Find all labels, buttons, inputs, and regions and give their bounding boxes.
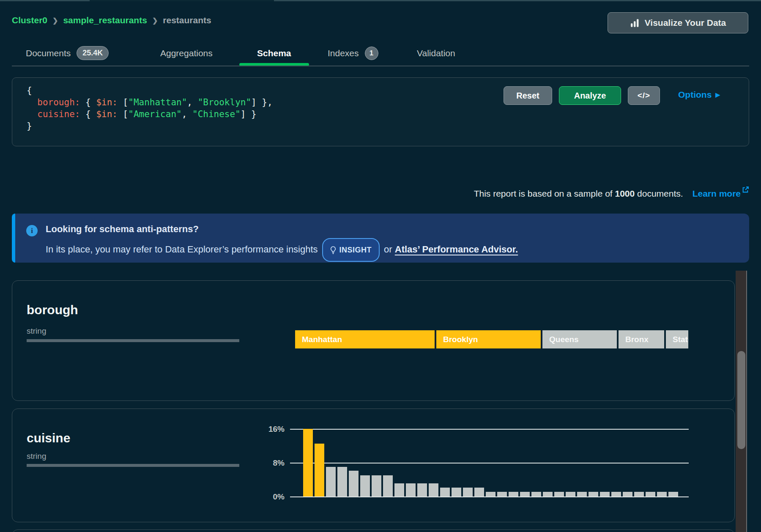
field-type-label: string [27,326,46,336]
histogram-bar[interactable] [611,492,621,496]
histogram-bar[interactable] [417,483,427,496]
tab-label: Documents [26,48,71,58]
external-link-icon [742,185,749,195]
histogram-bar[interactable] [634,492,644,496]
options-label: Options [678,90,712,100]
sample-report-note: This report is based on a sample of 1000… [474,185,749,199]
visualize-button-label: Visualize Your Data [645,18,726,28]
histogram-bar[interactable] [429,483,438,496]
query-code-line: { [27,85,273,96]
query-code-line: borough: { $in: ["Manhattan", "Brooklyn"… [27,96,273,108]
breadcrumb-database[interactable]: sample_restaurants [63,15,147,25]
value-bar-label: Bronx [625,335,649,344]
histogram-bar[interactable] [337,467,347,496]
histogram-bar[interactable] [383,475,393,496]
histogram-bar[interactable] [600,492,610,496]
learn-more-link[interactable]: Learn more [693,189,741,198]
tab-label: Aggregations [160,48,213,58]
tab-label: Indexes [328,48,359,58]
value-bar-queens[interactable]: Queens [542,330,617,348]
visualize-your-data-button[interactable]: Visualize Your Data [608,12,748,33]
histogram-bar[interactable] [646,492,655,496]
gridline [290,496,689,497]
histogram-bar[interactable] [474,488,484,496]
banner-title: Looking for schema anti-patterns? [46,224,199,235]
report-note-count: 1000 [615,189,635,198]
value-bar-staten-island[interactable]: Staten Island [666,330,688,348]
histogram-bar[interactable] [623,492,632,496]
options-link[interactable]: Options ▶ [678,90,720,100]
caret-right-icon: ▶ [715,91,720,98]
histogram-bar[interactable] [657,492,667,496]
histogram-bar[interactable] [531,492,541,496]
histogram-bar[interactable] [326,467,336,496]
report-note-prefix: This report is based on a sample of [474,189,615,198]
schema-field-card-cuisine: cuisine string 16%8%0% [12,409,735,522]
query-code-toggle-button[interactable]: </> [628,86,660,105]
tab-validation[interactable]: Validation [417,40,455,66]
histogram-bar[interactable] [372,475,381,496]
tab-label: Validation [417,48,455,58]
tab-aggregations[interactable]: Aggregations [160,40,213,66]
histogram-bar[interactable] [349,471,359,496]
histogram-bar[interactable] [543,492,553,496]
value-bar-label: Staten Island [673,335,688,344]
histogram-bar[interactable] [509,492,518,496]
value-bar-label: Manhattan [302,335,342,344]
chevron-right-icon: ❯ [52,16,58,25]
tab-documents-count-badge: 25.4K [77,46,109,60]
field-name: borough [27,303,78,317]
histogram-bar[interactable] [486,492,495,496]
histogram-bar[interactable] [566,492,575,496]
histogram-bar[interactable] [577,492,587,496]
analyze-button[interactable]: Analyze [559,86,621,105]
type-distribution-bar[interactable] [27,339,239,342]
breadcrumb: Cluster0 ❯ sample_restaurants ❯ restaura… [12,14,211,27]
banner-body: In its place, you may refer to Data Expl… [46,238,518,256]
insight-badge[interactable]: INSIGHT [322,238,380,262]
histogram-bar[interactable] [440,488,450,496]
reset-button[interactable]: Reset [504,86,552,105]
query-code-line: cuisine: { $in: ["American", "Chinese"] … [27,108,273,120]
tab-schema[interactable]: Schema [257,40,291,66]
histogram-bar[interactable] [394,483,404,496]
schema-anti-patterns-banner: i Looking for schema anti-patterns? In i… [12,214,749,263]
schema-field-card-next [12,529,735,532]
histogram-bar[interactable] [463,488,473,496]
banner-body-text: In its place, you may refer to Data Expl… [46,244,318,255]
lightbulb-icon [330,246,336,254]
query-bar[interactable]: { borough: { $in: ["Manhattan", "Brookly… [12,77,749,146]
window-top-edge [0,0,761,1]
bar-chart-icon [630,18,640,28]
value-bar-label: Brooklyn [443,335,478,344]
histogram-bar[interactable] [554,492,564,496]
query-editor[interactable]: { borough: { $in: ["Manhattan", "Brookly… [27,85,273,132]
value-bar-label: Queens [549,335,579,344]
performance-advisor-link[interactable]: Atlas’ Performance Advisor. [395,244,518,255]
cuisine-histogram-bars [303,429,692,496]
tab-documents[interactable]: Documents25.4K [26,40,109,66]
tab-indexes[interactable]: Indexes1 [328,40,378,66]
histogram-bar[interactable] [520,492,530,496]
window-top-edge-dark-segment [90,0,274,1]
value-bar-brooklyn[interactable]: Brooklyn [436,330,541,348]
histogram-bar[interactable] [452,488,461,496]
value-bar-manhattan[interactable]: Manhattan [295,330,435,348]
histogram-bar[interactable] [406,483,416,496]
y-axis-tick-label: 16% [249,425,285,434]
tabs-divider [12,66,749,66]
histogram-bar[interactable] [315,444,324,496]
vertical-scrollbar[interactable] [736,271,747,532]
histogram-bar[interactable] [589,492,598,496]
histogram-bar[interactable] [668,492,678,496]
histogram-bar[interactable] [303,429,313,496]
histogram-bar[interactable] [360,475,370,496]
collection-tabs: Documents25.4KAggregationsSchemaIndexes1… [0,40,761,66]
banner-connector: or [384,244,392,255]
value-bar-bronx[interactable]: Bronx [619,330,664,348]
histogram-bar[interactable] [497,492,507,496]
breadcrumb-cluster[interactable]: Cluster0 [12,15,47,25]
scrollbar-thumb[interactable] [737,351,745,449]
borough-value-bars: ManhattanBrooklynQueensBronxStaten Islan… [295,330,688,348]
breadcrumb-collection: restaurants [163,15,211,25]
